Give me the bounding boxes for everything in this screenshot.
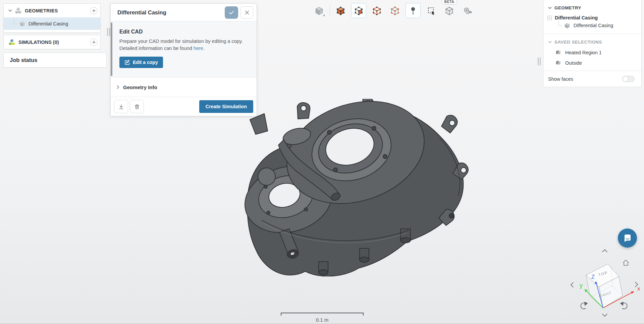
axis-y-label: y	[580, 282, 583, 289]
dialog-footer: Create Simulation	[111, 97, 257, 116]
download-geometry-button[interactable]	[114, 100, 128, 113]
geometry-root-row[interactable]: Differential Casing	[543, 13, 641, 21]
scale-bar-label: 0.1 m	[281, 317, 364, 323]
simulations-header-row[interactable]: SIMULATIONS (0)	[4, 35, 100, 49]
edit-a-copy-button[interactable]: Edit a copy	[119, 57, 163, 68]
edit-cad-description: Prepare your CAD model for simulation by…	[119, 38, 251, 52]
select-face-button[interactable]	[351, 3, 366, 18]
dialog-scrollbar[interactable]	[111, 22, 112, 76]
saved-selection-label: Heated Region 1	[565, 50, 602, 55]
box-select-button[interactable]	[424, 3, 439, 18]
rotate-down-chevron	[602, 314, 607, 316]
measure-tape-icon	[463, 6, 472, 15]
geometry-cube-icon	[564, 22, 570, 28]
select-vertex-button[interactable]	[387, 3, 402, 18]
download-icon	[118, 104, 124, 110]
home-view-icon	[623, 260, 629, 265]
saved-selection-outside[interactable]: Outside	[543, 58, 641, 68]
edit-cad-section: Edit CAD Prepare your CAD model for simu…	[111, 21, 257, 77]
geometry-cube-icon	[19, 21, 25, 26]
cad-mode-button[interactable]: BETA	[442, 3, 457, 18]
geometry-tree-panel: GEOMETRY Differential Casing Differentia…	[543, 0, 642, 87]
geometries-stack-icon	[15, 7, 22, 14]
geometry-child-label: Differential Casing	[574, 23, 613, 28]
trash-icon	[134, 104, 140, 110]
saved-selection-heated-region[interactable]: Heated Region 1	[543, 47, 641, 58]
scale-bar	[281, 313, 364, 316]
add-simulation-button[interactable]	[90, 39, 98, 46]
chevron-down-icon[interactable]	[548, 7, 552, 9]
edit-cad-description-text: Prepare your CAD model for simulation by…	[119, 39, 243, 51]
chevron-down-icon[interactable]	[8, 9, 12, 12]
card-padding	[4, 30, 100, 33]
saved-selections-header-label: SAVED SELECTIONS	[554, 40, 602, 45]
docs-link[interactable]: here	[194, 46, 203, 51]
create-simulation-button[interactable]: Create Simulation	[199, 100, 253, 113]
show-faces-row: Show faces	[543, 71, 641, 87]
view-cube	[586, 264, 623, 308]
geometry-root-label: Differential Casing	[555, 15, 598, 20]
axis-z-label: Z	[591, 274, 595, 280]
left-sidebar: GEOMETRIES Differential Casing SIMULAT	[3, 3, 101, 68]
display-mode-button[interactable]	[312, 3, 327, 18]
navigation-cube-widget[interactable]: TOP RIGHT x y Z	[566, 247, 642, 319]
beta-badge: BETA	[441, 0, 458, 5]
viewport-3d-model[interactable]	[235, 99, 470, 276]
probe-pin-icon	[409, 6, 418, 15]
geometry-detail-panel: Differential Casing Edit CAD Prepare you…	[110, 3, 257, 116]
select-volume-cube-icon	[336, 6, 345, 15]
geometries-header-row[interactable]: GEOMETRIES	[4, 4, 100, 17]
job-status-label: Job status	[10, 57, 38, 63]
probe-point-button[interactable]	[406, 3, 421, 18]
collapse-box-icon[interactable]	[547, 16, 552, 20]
geometries-header-label: GEOMETRIES	[25, 8, 90, 13]
chat-bubble-icon	[623, 234, 632, 243]
geometry-child-row[interactable]: Differential Casing	[543, 21, 641, 31]
confirm-button[interactable]	[225, 6, 238, 19]
chevron-right-icon	[117, 85, 119, 89]
right-panel-resize-handle[interactable]	[538, 58, 541, 65]
toggle-knob	[623, 76, 628, 82]
select-edge-cube-icon	[372, 6, 381, 15]
chevron-down-icon[interactable]	[548, 41, 552, 43]
simulations-header-label: SIMULATIONS (0)	[18, 40, 90, 45]
dialog-title: Differential Casing	[117, 9, 225, 16]
toolbar-separator	[330, 5, 330, 17]
geometry-info-label: Geometry Info	[123, 84, 157, 90]
axis-x-label: x	[637, 285, 640, 292]
select-face-cube-icon	[354, 6, 363, 15]
tree-connector	[558, 21, 562, 26]
job-status-card[interactable]: Job status	[3, 53, 107, 68]
edit-a-copy-label: Edit a copy	[133, 60, 158, 65]
cad-mode-mesh-cube-icon	[445, 6, 454, 15]
box-select-icon	[427, 6, 436, 15]
faces-selection-icon	[555, 60, 562, 66]
dialog-header: Differential Casing	[111, 4, 257, 21]
faces-selection-icon	[555, 49, 562, 56]
support-chat-button[interactable]	[618, 229, 637, 248]
create-simulation-label: Create Simulation	[206, 104, 247, 109]
select-edge-button[interactable]	[369, 3, 384, 18]
left-panel-resize-handle[interactable]	[107, 28, 110, 36]
sidebar-item-differential-casing[interactable]: Differential Casing	[4, 17, 100, 30]
add-geometry-button[interactable]	[90, 7, 98, 14]
show-faces-label: Show faces	[548, 76, 622, 82]
delete-geometry-button[interactable]	[130, 100, 144, 113]
geometry-header-label: GEOMETRY	[554, 5, 581, 10]
geometries-card: GEOMETRIES Differential Casing	[3, 3, 101, 33]
saved-selections-header-row[interactable]: SAVED SELECTIONS	[543, 34, 641, 47]
geometry-header-row[interactable]: GEOMETRY	[543, 0, 641, 13]
edit-pencil-icon	[124, 60, 130, 65]
close-icon	[245, 10, 250, 15]
saved-selection-label: Outside	[565, 60, 582, 66]
dropdown-corner-icon	[323, 14, 325, 16]
simulations-card: SIMULATIONS (0)	[3, 35, 101, 49]
select-volume-button[interactable]	[333, 3, 348, 18]
geometry-info-toggle[interactable]: Geometry Info	[111, 77, 257, 97]
tree-connector	[14, 19, 17, 24]
edit-cad-heading: Edit CAD	[119, 29, 249, 35]
close-button[interactable]	[240, 6, 253, 19]
show-faces-toggle[interactable]	[622, 76, 635, 82]
measure-button[interactable]	[460, 3, 475, 18]
display-mode-cube-icon	[315, 6, 324, 15]
